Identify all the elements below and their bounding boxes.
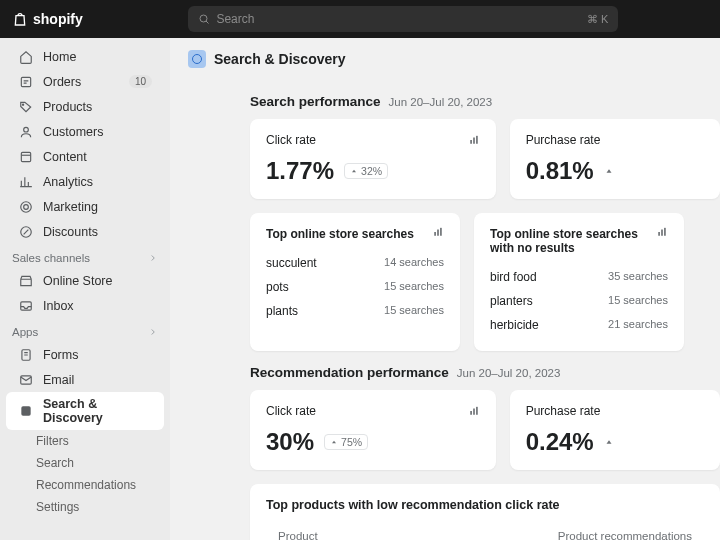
svg-rect-22: [473, 409, 475, 415]
list-item: planters15 searches: [490, 289, 668, 313]
rec-click-rate-card[interactable]: Click rate 30%75%: [250, 390, 496, 470]
brand-name: shopify: [33, 11, 83, 27]
bar-chart-icon: [468, 406, 480, 416]
bar-chart-icon: [432, 227, 444, 237]
content-icon: [18, 149, 33, 164]
nav-email[interactable]: Email: [6, 367, 164, 392]
caret-up-icon: [604, 437, 614, 447]
nav-content[interactable]: Content: [6, 144, 164, 169]
subnav-recommendations[interactable]: Recommendations: [0, 474, 170, 496]
list-item: herbicide21 searches: [490, 313, 668, 337]
top-searches-card[interactable]: Top online store searches succulent14 se…: [250, 213, 460, 351]
svg-rect-18: [658, 232, 660, 236]
search-shortcut: ⌘ K: [587, 13, 608, 26]
delta-badge: 32%: [344, 163, 388, 179]
caret-up-icon: [604, 166, 614, 176]
nav-products[interactable]: Products: [6, 94, 164, 119]
main-content: Search & Discovery Search performance Ju…: [170, 38, 720, 540]
svg-rect-21: [470, 411, 472, 415]
brand-logo[interactable]: shopify: [12, 11, 83, 27]
caret-up-icon: [350, 167, 358, 175]
inbox-icon: [18, 298, 33, 313]
orders-badge: 10: [129, 75, 152, 88]
list-item: pots15 searches: [266, 275, 444, 299]
apps-heading[interactable]: Apps: [0, 318, 170, 342]
svg-rect-19: [661, 230, 663, 236]
delta-badge: 75%: [324, 434, 368, 450]
svg-rect-12: [470, 140, 472, 144]
no-results-card[interactable]: Top online store searches with no result…: [474, 213, 684, 351]
nav-customers[interactable]: Customers: [6, 119, 164, 144]
bar-chart-icon: [656, 227, 668, 237]
nav-home[interactable]: Home: [6, 44, 164, 69]
subnav-search[interactable]: Search: [0, 452, 170, 474]
svg-rect-17: [440, 228, 442, 236]
list-item: plants15 searches: [266, 299, 444, 323]
list-item: succulent14 searches: [266, 251, 444, 275]
svg-rect-14: [476, 136, 478, 144]
chevron-right-icon: [148, 327, 158, 337]
page-title: Search & Discovery: [214, 51, 346, 67]
bar-chart-icon: [468, 135, 480, 145]
subnav-filters[interactable]: Filters: [0, 430, 170, 452]
top-bar: shopify Search ⌘ K: [0, 0, 720, 38]
table-header: ProductProduct recommendations: [266, 524, 704, 540]
nav-orders[interactable]: Orders10: [6, 69, 164, 94]
svg-rect-16: [437, 230, 439, 236]
nav-forms[interactable]: Forms: [6, 342, 164, 367]
email-icon: [18, 372, 33, 387]
sales-channels-heading[interactable]: Sales channels: [0, 244, 170, 268]
chevron-right-icon: [148, 253, 158, 263]
subnav-settings[interactable]: Settings: [0, 496, 170, 518]
nav-search-discovery[interactable]: Search & Discovery: [6, 392, 164, 430]
forms-icon: [18, 347, 33, 362]
search-click-rate-card[interactable]: Click rate 1.77%32%: [250, 119, 496, 199]
search-perf-heading: Search performance Jun 20–Jul 20, 2023: [250, 94, 720, 109]
store-icon: [18, 273, 33, 288]
app-icon: [18, 404, 33, 419]
svg-rect-13: [473, 138, 475, 144]
tag-icon: [18, 99, 33, 114]
svg-rect-15: [434, 232, 436, 236]
nav-online-store[interactable]: Online Store: [6, 268, 164, 293]
home-icon: [18, 49, 33, 64]
svg-point-2: [22, 104, 23, 105]
discount-icon: [18, 224, 33, 239]
svg-rect-11: [21, 406, 30, 415]
global-search[interactable]: Search ⌘ K: [188, 6, 618, 32]
target-icon: [18, 199, 33, 214]
rec-purchase-rate-card[interactable]: Purchase rate 0.24%: [510, 390, 720, 470]
person-icon: [18, 124, 33, 139]
svg-rect-20: [664, 228, 666, 236]
svg-point-0: [200, 15, 207, 22]
nav-discounts[interactable]: Discounts: [6, 219, 164, 244]
search-icon: [198, 13, 210, 25]
caret-up-icon: [330, 438, 338, 446]
nav-analytics[interactable]: Analytics: [6, 169, 164, 194]
analytics-icon: [18, 174, 33, 189]
svg-point-6: [23, 204, 28, 209]
orders-icon: [18, 74, 33, 89]
app-header-icon: [188, 50, 206, 68]
search-purchase-rate-card[interactable]: Purchase rate 0.81%: [510, 119, 720, 199]
search-placeholder: Search: [216, 12, 254, 26]
list-item: bird food35 searches: [490, 265, 668, 289]
sidebar: Home Orders10 Products Customers Content…: [0, 38, 170, 540]
svg-point-3: [23, 127, 28, 132]
shopify-bag-icon: [12, 11, 28, 27]
low-click-products-card: Top products with low recommendation cli…: [250, 484, 720, 540]
svg-point-5: [20, 201, 31, 212]
rec-perf-heading: Recommendation performance Jun 20–Jul 20…: [250, 365, 720, 380]
svg-rect-1: [21, 77, 30, 86]
svg-rect-4: [21, 152, 30, 161]
nav-inbox[interactable]: Inbox: [6, 293, 164, 318]
nav-marketing[interactable]: Marketing: [6, 194, 164, 219]
svg-rect-23: [476, 407, 478, 415]
